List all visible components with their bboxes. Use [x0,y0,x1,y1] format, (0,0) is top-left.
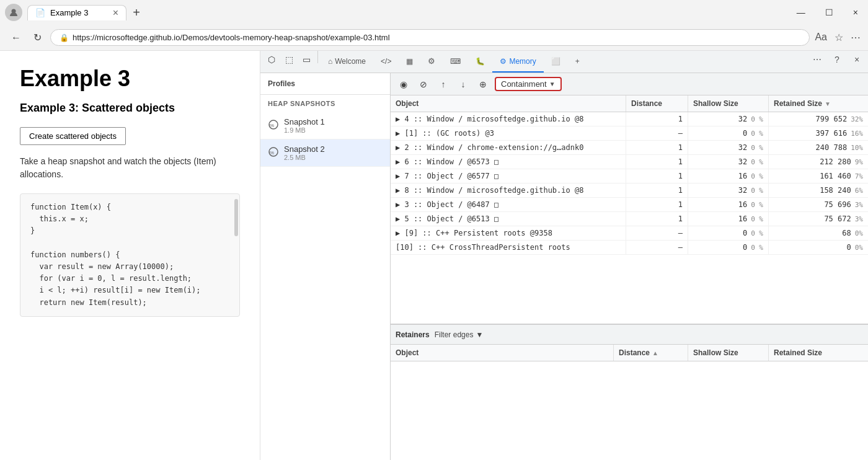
filter-edges-label: Filter edges [435,330,474,339]
td-retained-1: 397 616 16% [769,126,868,140]
tab-network[interactable]: ⌨ [443,51,468,73]
table-row[interactable]: ▶ [1] :: (GC roots) @3 – 0 0 % 397 616 1… [391,126,868,141]
tab-page-icon: 📄 [35,8,45,17]
table-row[interactable]: ▶ 2 :: Window / chrome-extension://g…adn… [391,141,868,155]
tab-console[interactable]: ▦ [399,51,420,73]
maximize-button[interactable]: ☐ [820,5,838,20]
tab-sources[interactable]: ⚙ [420,51,443,73]
devtools-panel: ⬡ ⬚ ▭ ⌂ Welcome </> ▦ ⚙ ⌨ [260,51,868,460]
more-options-icon[interactable]: ⋯ [851,32,861,43]
td-shallow-4: 16 0 % [688,169,769,183]
create-scattered-objects-button[interactable]: Create scattered objects [20,127,126,145]
address-bar: ← ↻ 🔒 https://microsoftedge.github.io/De… [0,25,868,51]
page-description: Take a heap snapshot and watch the objec… [20,155,240,181]
devtools-more-actions: ⋯ ? × [808,51,866,73]
code-line: for (var i = 0, l = result.length; [30,273,229,285]
table-row[interactable]: ▶ 6 :: Window / @6573 □ 1 32 0 % 212 280… [391,155,868,169]
close-devtools-button[interactable]: × [848,51,866,68]
devtools-device-icon[interactable]: ⬡ [263,51,280,68]
snapshot-1-info: Snapshot 1 1.9 MB [284,117,325,134]
collect-garbage-button[interactable]: ⊕ [475,76,491,92]
devtools-inspect-icon[interactable]: ⬚ [280,51,298,68]
add-tab-icon: + [575,57,580,66]
help-button[interactable]: ? [828,51,846,68]
back-button[interactable]: ← [7,30,25,46]
table-row[interactable]: ▶ [9] :: C++ Persistent roots @9358 – 0 … [391,226,868,241]
table-row[interactable]: ▶ 7 :: Object / @6577 □ 1 16 0 % 161 460… [391,169,868,184]
heap-snapshots-header: HEAP SNAPSHOTS [260,95,390,112]
td-shallow-7: 16 0 % [688,212,769,226]
tab-memory[interactable]: ⚙ Memory [492,51,543,73]
td-distance-3: 1 [626,155,688,169]
welcome-icon: ⌂ [328,57,332,66]
td-retained-4: 161 460 7% [769,169,868,183]
address-input[interactable]: 🔒 https://microsoftedge.github.io/Demos/… [50,29,810,46]
url-text: https://microsoftedge.github.io/Demos/de… [73,33,800,42]
snapshot-view: ◉ ⊘ ↑ ↓ ⊕ Containment ▼ [391,73,868,460]
record-button[interactable]: ◉ [396,76,412,92]
table-row[interactable]: ▶ 4 :: Window / microsoftedge.github.io … [391,112,868,126]
snapshot-2-item[interactable]: % Snapshot 2 2.5 MB [260,139,390,167]
tab-application[interactable]: ⬜ [544,51,568,73]
th-object: Object [391,95,626,112]
clear-button[interactable]: ⊘ [415,76,432,92]
table-row[interactable]: ▶ 8 :: Window / microsoftedge.github.io … [391,184,868,198]
save-button[interactable]: ↓ [455,76,471,92]
tab-performance[interactable]: 🐛 [468,51,492,73]
devtools-sidebar-icon[interactable]: ▭ [298,51,315,68]
td-distance-7: 1 [626,212,688,226]
load-button[interactable]: ↑ [435,76,451,92]
profile-avatar[interactable] [5,4,22,21]
th-shallow-size: Shallow Size [688,95,769,112]
tab-elements-label: </> [381,57,391,66]
snapshot-1-item[interactable]: % Snapshot 1 1.9 MB [260,112,390,139]
table-row[interactable]: ▶ 5 :: Object / @6513 □ 1 16 0 % 75 672 … [391,212,868,226]
network-icon: ⌨ [450,57,461,66]
active-tab[interactable]: 📄 Example 3 × [27,5,126,20]
memory-toolbar: ◉ ⊘ ↑ ↓ ⊕ Containment ▼ [391,73,868,95]
td-distance-2: 1 [626,141,688,154]
tab-title: Example 3 [50,8,88,17]
retainers-th-shallow: Shallow Size [688,345,769,361]
memory-icon: ⚙ [500,57,507,66]
th-retained-size[interactable]: Retained Size ▼ [769,95,868,112]
td-shallow-8: 0 0 % [688,226,769,240]
retainers-th-object: Object [391,345,614,361]
svg-text:%: % [270,150,274,156]
retainers-th-object-label: Object [396,348,418,357]
filter-edges-arrow-icon: ▼ [476,330,483,339]
filter-edges-button[interactable]: Filter edges ▼ [435,330,484,339]
td-retained-0: 799 652 32% [769,112,868,126]
main-area: Example 3 Example 3: Scattered objects C… [0,51,868,460]
snapshot-2-size: 2.5 MB [284,154,325,161]
tab-elements[interactable]: </> [373,51,399,73]
retainers-th-retained: Retained Size [769,345,868,361]
reader-view-icon[interactable]: Aa [815,32,827,43]
tab-close-button[interactable]: × [113,8,118,18]
tab-add[interactable]: + [568,51,587,73]
table-row[interactable]: ▶ 3 :: Object / @6487 □ 1 16 0 % 75 696 … [391,198,868,212]
tab-welcome[interactable]: ⌂ Welcome [321,51,373,73]
td-retained-3: 212 280 9% [769,155,868,169]
memory-panel: Profiles HEAP SNAPSHOTS % Snapshot 1 1.9… [260,73,868,460]
more-tabs-button[interactable]: ⋯ [808,51,826,68]
page-subtitle: Example 3: Scattered objects [20,102,240,115]
td-distance-8: – [626,226,688,240]
table-header: Object Distance Shallow Size Retained Si… [391,95,868,112]
td-object-3: ▶ 6 :: Window / @6573 □ [391,155,626,169]
td-object-7: ▶ 5 :: Object / @6513 □ [391,212,626,226]
favorites-icon[interactable]: ☆ [835,32,843,43]
code-line: function Item(x) { [30,201,229,213]
minimize-button[interactable]: — [792,5,810,20]
th-retained-label: Retained Size [774,99,822,108]
view-dropdown[interactable]: Containment ▼ [495,77,562,91]
new-tab-button[interactable]: + [126,5,146,20]
table-row[interactable]: [10] :: C++ CrossThreadPersistent roots … [391,241,868,255]
reload-button[interactable]: ↻ [30,29,45,46]
snapshot-1-size: 1.9 MB [284,126,325,134]
close-window-button[interactable]: × [848,5,863,20]
td-object-6: ▶ 3 :: Object / @6487 □ [391,198,626,211]
title-bar: 📄 Example 3 × + — ☐ × [0,0,868,25]
code-scrollbar[interactable] [234,199,238,236]
td-retained-6: 75 696 3% [769,198,868,211]
